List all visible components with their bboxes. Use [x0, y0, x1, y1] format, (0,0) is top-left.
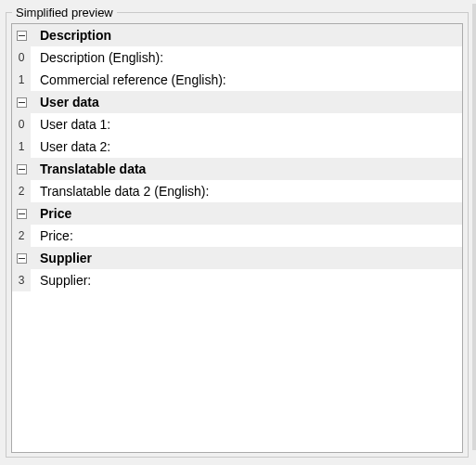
grid-row[interactable]: 3 Supplier: [12, 269, 462, 291]
collapse-icon[interactable] [12, 247, 31, 269]
row-label: Supplier: [31, 273, 462, 288]
row-index: 1 [12, 136, 31, 158]
section-title: Price [31, 206, 462, 221]
section-title: User data [31, 95, 462, 110]
grid-row[interactable]: 0 Description (English): [12, 46, 462, 69]
row-index: 2 [12, 180, 31, 202]
row-label: Price: [31, 228, 462, 243]
grid-row[interactable]: 0 User data 1: [12, 113, 462, 136]
row-index: 1 [12, 69, 31, 91]
section-title: Translatable data [31, 161, 462, 176]
section-header-price: Price [12, 202, 462, 225]
row-index: 3 [12, 269, 31, 291]
simplified-preview-groupbox: Simplified preview Description 0 Descrip… [6, 6, 469, 458]
row-label: Description (English): [31, 50, 462, 65]
row-label: User data 1: [31, 117, 462, 132]
row-label: Translatable data 2 (English): [31, 184, 462, 199]
row-index: 0 [12, 113, 31, 136]
section-title: Supplier [31, 251, 462, 265]
preview-grid: Description 0 Description (English): 1 C… [11, 23, 463, 453]
grid-row[interactable]: 2 Price: [12, 225, 462, 247]
grid-row[interactable]: 1 Commercial reference (English): [12, 69, 462, 91]
groupbox-title: Simplified preview [12, 6, 117, 19]
collapse-icon[interactable] [12, 202, 31, 225]
row-index: 0 [12, 46, 31, 69]
grid-row[interactable]: 2 Translatable data 2 (English): [12, 180, 462, 202]
row-index: 2 [12, 225, 31, 247]
collapse-icon[interactable] [12, 91, 31, 113]
row-label: User data 2: [31, 139, 462, 154]
section-header-supplier: Supplier [12, 247, 462, 269]
section-header-translatable-data: Translatable data [12, 158, 462, 180]
section-header-description: Description [12, 24, 462, 46]
section-title: Description [31, 28, 462, 43]
collapse-icon[interactable] [12, 158, 31, 180]
collapse-icon[interactable] [12, 24, 31, 46]
row-label: Commercial reference (English): [31, 72, 462, 87]
section-header-user-data: User data [12, 91, 462, 113]
scrollbar-hint [472, 4, 476, 450]
grid-row[interactable]: 1 User data 2: [12, 136, 462, 158]
